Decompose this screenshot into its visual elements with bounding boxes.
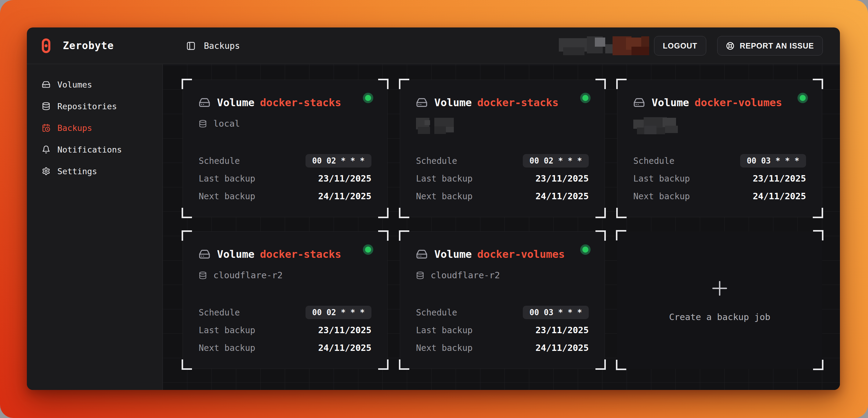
corner-bracket [399,79,409,89]
next-backup-label: Next backup [416,191,472,201]
repository-row: cloudflare-r2 [199,270,371,280]
redacted-repository [416,118,454,134]
hard-drive-icon [633,97,645,108]
last-backup-label: Last backup [416,325,472,335]
schedule-value: 00 03 * * * [523,306,589,319]
last-backup-value: 23/11/2025 [535,173,589,184]
backup-job-card[interactable]: Volume docker-stacks local Schedule00 02… [183,79,388,217]
panel-left-icon[interactable] [186,41,196,51]
sidebar-item-label: Settings [57,167,97,176]
sidebar-item-backups[interactable]: Backups [27,119,162,136]
card-details: Schedule00 02 * * * Last backup23/11/202… [199,154,371,203]
sidebar-item-volumes[interactable]: Volumes [27,76,162,93]
corner-bracket [813,230,824,240]
volume-name: docker-stacks [260,96,341,108]
card-details: Schedule00 03 * * * Last backup23/11/202… [633,154,806,203]
status-dot-active [363,245,373,255]
last-backup-label: Last backup [416,173,472,184]
backup-job-card[interactable]: Volume docker-stacks Schedule00 02 * * *… [400,79,605,217]
gear-icon [42,167,50,175]
next-backup-value: 24/11/2025 [535,191,589,201]
last-backup-value: 23/11/2025 [535,325,589,335]
report-issue-label: REPORT AN ISSUE [740,41,814,50]
last-backup-value: 23/11/2025 [318,325,371,335]
next-backup-value: 24/11/2025 [535,343,589,353]
logout-button[interactable]: LOGOUT [654,36,706,56]
corner-bracket [182,230,192,241]
volume-name: docker-stacks [477,96,559,108]
corner-bracket [616,360,626,370]
volume-name: docker-volumes [477,248,565,260]
status-dot-active [363,93,373,103]
backup-job-card[interactable]: Volume docker-volumes cloudflare-r2 Sche… [400,231,605,369]
corner-bracket [616,230,626,240]
next-backup-value: 24/11/2025 [318,343,371,353]
next-backup-label: Next backup [199,191,255,201]
corner-bracket [399,230,409,241]
last-backup-label: Last backup [199,325,255,335]
repository-row: local [199,118,371,129]
sidebar-item-label: Volumes [57,80,92,89]
repository-name: cloudflare-r2 [213,270,283,280]
repository-name: cloudflare-r2 [431,270,500,280]
card-title: Volume docker-stacks [199,248,371,260]
card-title: Volume docker-stacks [416,96,589,108]
database-icon [42,102,50,110]
database-icon [199,120,207,128]
corner-bracket [595,230,606,241]
schedule-label: Schedule [416,308,457,318]
volume-name: docker-stacks [260,248,341,260]
volume-prefix: Volume [217,96,254,108]
corner-bracket [616,208,627,218]
volume-prefix: Volume [652,96,689,108]
backup-jobs-grid: Volume docker-stacks local Schedule00 02… [183,79,822,369]
card-title: Volume docker-volumes [633,96,806,108]
card-title: Volume docker-stacks [199,96,371,108]
corner-bracket [399,208,409,218]
page-title: Backups [204,41,240,51]
repository-name: local [213,118,240,129]
volume-prefix: Volume [434,96,472,108]
schedule-label: Schedule [199,156,240,166]
brand-name: Zerobyte [63,40,114,52]
corner-bracket [616,79,627,89]
backup-job-card[interactable]: Volume docker-stacks cloudflare-r2 Sched… [183,231,388,369]
create-backup-job-card[interactable]: Create a backup job [617,231,822,369]
life-buoy-icon [726,42,734,50]
last-backup-label: Last backup [199,173,255,184]
sidebar-item-label: Backups [57,123,92,133]
next-backup-value: 24/11/2025 [753,191,806,201]
corner-bracket [378,208,389,218]
hard-drive-icon [199,248,210,260]
breadcrumb: Backups [186,28,240,64]
redacted-user-info [559,36,649,55]
brand: Zerobyte [42,38,114,53]
plus-icon [710,278,730,298]
hard-drive-icon [416,97,428,108]
sidebar-item-label: Notifications [57,145,122,154]
sidebar-item-settings[interactable]: Settings [27,163,162,180]
backup-job-card[interactable]: Volume docker-volumes Schedule00 03 * * … [617,79,822,217]
next-backup-label: Next backup [416,343,472,353]
corner-bracket [813,208,823,218]
report-issue-button[interactable]: REPORT AN ISSUE [717,36,823,56]
hard-drive-icon [42,80,50,89]
repository-row: cloudflare-r2 [416,270,589,280]
schedule-value: 00 03 * * * [740,154,806,167]
sidebar-item-notifications[interactable]: Notifications [27,141,162,158]
corner-bracket [182,79,192,89]
corner-bracket [378,230,389,241]
status-dot-active [580,245,591,255]
status-dot-active [580,93,591,103]
sidebar-item-repositories[interactable]: Repositories [27,98,162,115]
corner-bracket [378,359,389,370]
header: Zerobyte Backups LOGOUT [27,28,840,64]
corner-bracket [595,359,606,370]
last-backup-value: 23/11/2025 [318,173,371,184]
database-icon [199,271,207,280]
volume-prefix: Volume [217,248,254,260]
corner-bracket [182,208,192,218]
corner-bracket [813,360,824,370]
header-actions: LOGOUT REPORT AN ISSUE [559,28,823,64]
card-details: Schedule00 02 * * * Last backup23/11/202… [199,306,371,355]
